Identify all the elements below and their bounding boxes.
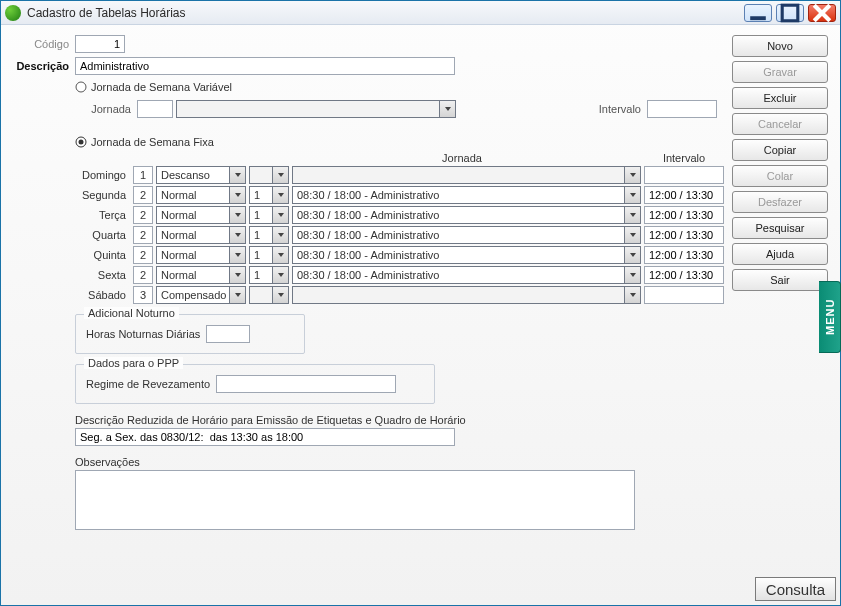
descr-reduz-input[interactable]	[75, 428, 455, 446]
day-interval-input[interactable]	[644, 186, 724, 204]
day-code-select[interactable]	[249, 286, 289, 304]
close-icon	[809, 0, 835, 26]
day-schedule-value: 08:30 / 18:00 - Administrativo	[293, 229, 624, 241]
day-interval-input[interactable]	[644, 246, 724, 264]
chevron-down-icon	[229, 167, 245, 183]
chevron-down-icon	[229, 247, 245, 263]
jornada-label: Jornada	[82, 103, 137, 115]
desfazer-button[interactable]: Desfazer	[732, 191, 828, 213]
day-type-select[interactable]: Compensado	[156, 286, 246, 304]
day-num-input[interactable]: 2	[133, 226, 153, 244]
copiar-button[interactable]: Copiar	[732, 139, 828, 161]
day-code-select[interactable]: 1	[249, 226, 289, 244]
close-button[interactable]	[808, 4, 836, 22]
day-label: Segunda	[75, 189, 130, 201]
sair-button[interactable]: Sair	[732, 269, 828, 291]
novo-button[interactable]: Novo	[732, 35, 828, 57]
day-type-value: Normal	[157, 249, 229, 261]
day-schedule-select[interactable]: 08:30 / 18:00 - Administrativo	[292, 246, 641, 264]
day-label: Terça	[75, 209, 130, 221]
form-area: Código Descrição Jornada de Semana Variá…	[15, 35, 732, 595]
day-type-value: Compensado	[157, 289, 229, 301]
codigo-input[interactable]	[75, 35, 125, 53]
day-grid-header: Jornada Intervalo	[75, 152, 724, 164]
day-type-select[interactable]: Normal	[156, 206, 246, 224]
radio-jornada-variavel-label: Jornada de Semana Variável	[91, 81, 232, 93]
day-type-select[interactable]: Normal	[156, 266, 246, 284]
maximize-icon	[777, 0, 803, 26]
chevron-down-icon	[272, 287, 288, 303]
day-schedule-select[interactable]: 08:30 / 18:00 - Administrativo	[292, 186, 641, 204]
intervalo-var-input[interactable]	[647, 100, 717, 118]
jornada-code-input[interactable]	[137, 100, 173, 118]
horas-noturnas-label: Horas Noturnas Diárias	[86, 328, 200, 340]
day-code-select[interactable]: 1	[249, 266, 289, 284]
day-num-input[interactable]: 2	[133, 186, 153, 204]
day-type-value: Descanso	[157, 169, 229, 181]
radio-jornada-fixa[interactable]: Jornada de Semana Fixa	[75, 136, 724, 148]
day-num-input[interactable]: 2	[133, 206, 153, 224]
day-type-select[interactable]: Descanso	[156, 166, 246, 184]
excluir-button[interactable]: Excluir	[732, 87, 828, 109]
day-schedule-select[interactable]: 08:30 / 18:00 - Administrativo	[292, 226, 641, 244]
day-schedule-select[interactable]	[292, 166, 641, 184]
day-schedule-select[interactable]: 08:30 / 18:00 - Administrativo	[292, 206, 641, 224]
horas-noturnas-input[interactable]	[206, 325, 250, 343]
chevron-down-icon	[272, 267, 288, 283]
day-type-select[interactable]: Normal	[156, 186, 246, 204]
radio-unchecked-icon	[75, 81, 87, 93]
regime-input[interactable]	[216, 375, 396, 393]
minimize-icon	[745, 0, 771, 26]
day-num-input[interactable]: 2	[133, 246, 153, 264]
day-code-select[interactable]: 1	[249, 206, 289, 224]
observacoes-label: Observações	[75, 456, 724, 468]
day-code-select[interactable]	[249, 166, 289, 184]
descr-reduz-label: Descrição Reduzida de Horário para Emiss…	[75, 414, 724, 426]
day-row-4: Quinta2Normal108:30 / 18:00 - Administra…	[75, 246, 724, 264]
day-schedule-select[interactable]	[292, 286, 641, 304]
day-schedule-value: 08:30 / 18:00 - Administrativo	[293, 189, 624, 201]
ajuda-button[interactable]: Ajuda	[732, 243, 828, 265]
day-label: Sábado	[75, 289, 130, 301]
chevron-down-icon	[229, 207, 245, 223]
descricao-input[interactable]	[75, 57, 455, 75]
observacoes-textarea[interactable]	[75, 470, 635, 530]
jornada-select[interactable]	[176, 100, 456, 118]
chevron-down-icon	[624, 247, 640, 263]
day-interval-input[interactable]	[644, 286, 724, 304]
day-code-value: 1	[250, 229, 272, 241]
chevron-down-icon	[272, 247, 288, 263]
day-interval-input[interactable]	[644, 226, 724, 244]
day-interval-input[interactable]	[644, 166, 724, 184]
day-interval-input[interactable]	[644, 206, 724, 224]
chevron-down-icon	[272, 227, 288, 243]
codigo-label: Código	[15, 38, 75, 50]
day-schedule-select[interactable]: 08:30 / 18:00 - Administrativo	[292, 266, 641, 284]
chevron-down-icon	[624, 207, 640, 223]
day-code-select[interactable]: 1	[249, 246, 289, 264]
day-label: Domingo	[75, 169, 130, 181]
window-frame: Cadastro de Tabelas Horárias Código Desc…	[0, 0, 841, 606]
descricao-label: Descrição	[15, 60, 75, 72]
day-row-1: Segunda2Normal108:30 / 18:00 - Administr…	[75, 186, 724, 204]
day-type-select[interactable]: Normal	[156, 246, 246, 264]
maximize-button[interactable]	[776, 4, 804, 22]
colar-button[interactable]: Colar	[732, 165, 828, 187]
cancelar-button[interactable]: Cancelar	[732, 113, 828, 135]
radio-jornada-variavel[interactable]: Jornada de Semana Variável	[75, 81, 724, 93]
app-icon	[5, 5, 21, 21]
pesquisar-button[interactable]: Pesquisar	[732, 217, 828, 239]
day-interval-input[interactable]	[644, 266, 724, 284]
ppp-group: Dados para o PPP Regime de Revezamento	[75, 364, 435, 404]
day-type-select[interactable]: Normal	[156, 226, 246, 244]
day-num-input[interactable]: 1	[133, 166, 153, 184]
gravar-button[interactable]: Gravar	[732, 61, 828, 83]
day-num-input[interactable]: 3	[133, 286, 153, 304]
consulta-button[interactable]: Consulta	[755, 577, 836, 601]
day-num-input[interactable]: 2	[133, 266, 153, 284]
minimize-button[interactable]	[744, 4, 772, 22]
day-code-select[interactable]: 1	[249, 186, 289, 204]
chevron-down-icon	[624, 227, 640, 243]
adicional-noturno-group: Adicional Noturno Horas Noturnas Diárias	[75, 314, 305, 354]
menu-tab[interactable]: MENU	[819, 281, 841, 353]
